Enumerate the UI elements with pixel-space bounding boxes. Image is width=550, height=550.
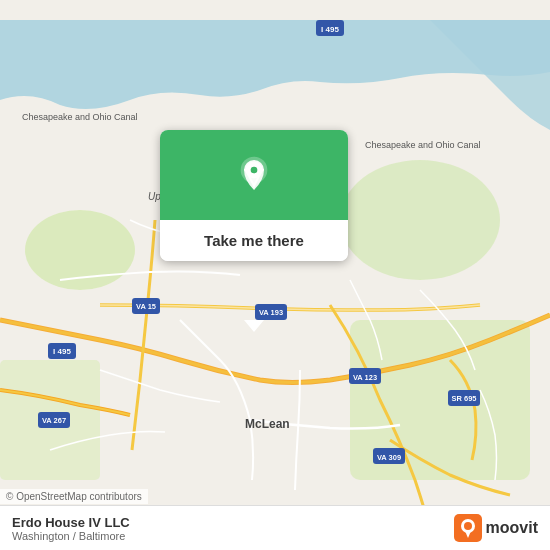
- location-pin-icon: [234, 155, 274, 195]
- moovit-logo[interactable]: moovit: [454, 514, 538, 542]
- copyright-text: © OpenStreetMap contributors: [6, 491, 142, 502]
- svg-text:Chesapeake and Ohio Canal: Chesapeake and Ohio Canal: [365, 140, 481, 150]
- svg-text:McLean: McLean: [245, 417, 290, 431]
- svg-text:VA 123: VA 123: [353, 373, 377, 382]
- svg-text:VA 15: VA 15: [136, 302, 156, 311]
- moovit-text: moovit: [486, 519, 538, 537]
- svg-text:VA 193: VA 193: [259, 308, 283, 317]
- svg-text:I 495: I 495: [321, 25, 339, 34]
- map-container: I 495 I 495 VA 193 VA 123 VA 267 VA 309 …: [0, 0, 550, 550]
- svg-text:VA 309: VA 309: [377, 453, 401, 462]
- svg-text:VA 267: VA 267: [42, 416, 66, 425]
- svg-text:Chesapeake and Ohio Canal: Chesapeake and Ohio Canal: [22, 112, 138, 122]
- popup-header: [160, 130, 348, 220]
- moovit-icon: [454, 514, 482, 542]
- svg-text:SR 695: SR 695: [451, 394, 476, 403]
- svg-point-3: [340, 160, 500, 280]
- take-me-there-button[interactable]: Take me there: [160, 220, 348, 261]
- location-name: Erdo House IV LLC: [12, 515, 130, 530]
- svg-point-30: [251, 167, 258, 174]
- popup-card: Take me there: [160, 130, 348, 261]
- svg-point-33: [464, 522, 472, 530]
- popup-tail: [244, 320, 264, 332]
- bottom-bar: Erdo House IV LLC Washington / Baltimore…: [0, 505, 550, 550]
- location-info: Erdo House IV LLC Washington / Baltimore: [12, 515, 130, 542]
- copyright-bar: © OpenStreetMap contributors: [0, 489, 148, 504]
- svg-text:I 495: I 495: [53, 347, 71, 356]
- map-svg: I 495 I 495 VA 193 VA 123 VA 267 VA 309 …: [0, 0, 550, 550]
- location-region: Washington / Baltimore: [12, 530, 130, 542]
